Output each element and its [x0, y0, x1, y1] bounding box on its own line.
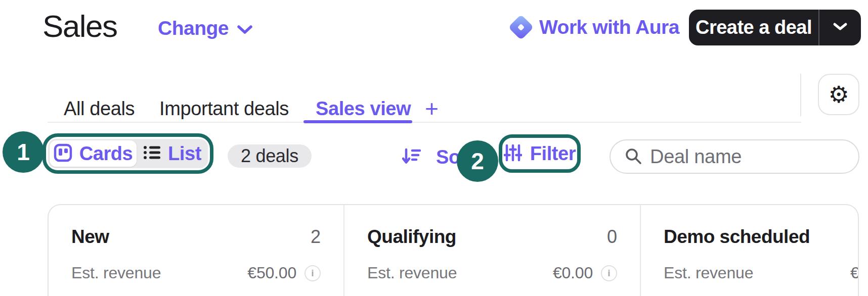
chevron-down-icon [237, 17, 253, 39]
est-revenue-label: Est. revenue [664, 264, 753, 282]
tabs-bottom-border [48, 122, 801, 123]
pipeline-column-qualifying: Qualifying 0 Est. revenue €0.00 [344, 205, 641, 296]
column-deal-count: 2 [311, 226, 321, 248]
column-name: Qualifying [367, 226, 456, 248]
gear-icon [828, 83, 849, 106]
cards-view-label: Cards [79, 143, 133, 165]
filter-label: Filter [530, 143, 576, 165]
add-view-tab-button[interactable]: + [425, 95, 439, 122]
tab-all-deals[interactable]: All deals [64, 98, 135, 120]
pipeline-board: New 2 Est. revenue €50.00 Qualifying 0 E… [48, 204, 859, 296]
info-icon[interactable] [305, 265, 321, 281]
est-revenue-label: Est. revenue [367, 264, 457, 282]
pipeline-column-new: New 2 Est. revenue €50.00 [49, 205, 344, 296]
deal-search [610, 139, 859, 174]
list-view-label: List [168, 143, 201, 165]
create-deal-button[interactable]: Create a deal [689, 10, 818, 45]
annotation-ring-view-toggle: Cards List [42, 133, 213, 174]
est-revenue-value: €0.00 [553, 264, 593, 282]
work-with-aura-button[interactable]: Work with Aura [512, 16, 679, 38]
filter-button[interactable]: Filter [504, 143, 576, 165]
search-icon [625, 147, 643, 168]
kanban-board-icon [54, 143, 72, 164]
chevron-down-icon [833, 22, 848, 33]
est-revenue-label: Est. revenue [71, 264, 161, 282]
column-deal-count: 0 [607, 226, 617, 248]
sales-pipeline-page: Sales Change Work with Aura Create a dea… [0, 0, 868, 296]
est-revenue-value: €0.00 [850, 264, 859, 282]
bulleted-list-icon [143, 145, 161, 162]
cards-view-button[interactable]: Cards [50, 140, 137, 167]
est-revenue-value: €50.00 [247, 264, 296, 282]
annotation-step-2: 2 [457, 140, 498, 182]
aura-diamond-icon [508, 15, 534, 40]
create-deal-dropdown-button[interactable] [819, 10, 861, 45]
change-pipeline-button[interactable]: Change [158, 17, 253, 39]
info-icon[interactable] [601, 265, 617, 281]
change-pipeline-label: Change [158, 17, 229, 39]
column-name: Demo scheduled [664, 226, 810, 248]
active-tab-underline [303, 120, 412, 123]
filter-sliders-icon [504, 144, 522, 164]
tab-sales-view[interactable]: Sales view [316, 98, 411, 120]
pipeline-column-demo-scheduled: Demo scheduled Est. revenue €0.00 [641, 205, 859, 296]
column-name: New [71, 226, 109, 248]
page-title: Sales [42, 8, 117, 44]
list-view-button[interactable]: List [137, 139, 208, 168]
annotation-step-1: 1 [3, 131, 44, 173]
create-deal-split-button[interactable]: Create a deal [689, 10, 861, 45]
tab-important-deals[interactable]: Important deals [159, 98, 289, 120]
deal-name-search-input[interactable] [610, 139, 859, 174]
annotation-ring-filter: Filter [499, 134, 581, 173]
sort-icon [402, 148, 421, 167]
view-settings-button[interactable] [818, 74, 859, 115]
deals-count-badge: 2 deals [228, 144, 312, 168]
view-toggle: Cards List [48, 139, 208, 168]
work-with-aura-label: Work with Aura [539, 16, 679, 38]
tabs-right-divider [800, 74, 801, 116]
